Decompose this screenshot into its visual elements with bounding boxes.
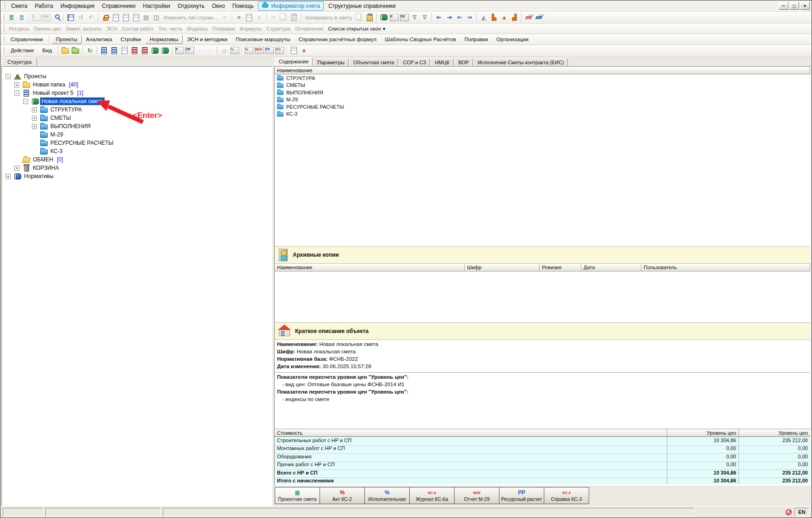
- project-p-icon[interactable]: P: [175, 46, 184, 55]
- tree-item[interactable]: +ВЫПОЛНЕНИЯ: [2, 122, 272, 130]
- resource-calc-icon[interactable]: РР: [265, 46, 274, 55]
- blocks-icon[interactable]: ◫: [152, 13, 161, 22]
- tree-expand-toggle[interactable]: +: [32, 107, 37, 112]
- shift-left-icon[interactable]: ⇐: [455, 13, 464, 22]
- report-tab-button[interactable]: КС-3Справка КС-3: [544, 487, 589, 504]
- content-list-item[interactable]: КС-3: [275, 111, 810, 118]
- detail-tab[interactable]: НМЦК: [431, 58, 454, 66]
- panel-toggle-button[interactable]: Тех. часть: [156, 26, 185, 31]
- section-tab[interactable]: Стройки: [117, 35, 145, 43]
- price-p-icon[interactable]: P: [389, 13, 399, 22]
- insert-section-icon[interactable]: [121, 13, 130, 22]
- tab-structure[interactable]: Структура: [2, 57, 37, 66]
- tree-item[interactable]: +КОРЗИНА: [2, 164, 272, 172]
- report-tab-button[interactable]: РРРесурсный расчет: [499, 487, 544, 504]
- indent-increase-icon[interactable]: ⇥: [444, 13, 454, 22]
- object-icon[interactable]: ⌂: [220, 46, 229, 55]
- report-tab-button[interactable]: КС-6Журнал КС-6а: [409, 487, 455, 504]
- tree-expand-toggle[interactable]: −: [23, 99, 28, 104]
- new-project-icon[interactable]: [99, 46, 109, 55]
- section-tab[interactable]: Справочник расчётных формул: [295, 35, 381, 43]
- fz-icon[interactable]: ФЗ: [275, 46, 284, 55]
- tree-expand-toggle[interactable]: −: [6, 74, 11, 79]
- menu-item[interactable]: Работа: [31, 1, 57, 11]
- paste-fragment-icon[interactable]: [365, 13, 374, 22]
- section-tab[interactable]: Организации: [492, 35, 533, 43]
- new-estimate-icon[interactable]: [150, 46, 160, 55]
- close-button[interactable]: ×: [800, 2, 810, 10]
- archive-column-header[interactable]: Ревизия: [540, 264, 581, 271]
- content-list-item[interactable]: М-29: [275, 96, 810, 104]
- tree-item[interactable]: РЕСУРСНЫЕ РАСЧЕТЫ: [2, 139, 272, 147]
- collapse-folder-icon[interactable]: [71, 46, 80, 55]
- tree-expand-toggle[interactable]: −: [14, 91, 19, 96]
- toolbar-grip[interactable]: [2, 36, 4, 43]
- content-list-item[interactable]: ВЫПОЛНЕНИЯ: [275, 89, 810, 96]
- archive-column-header[interactable]: Наименование: [275, 264, 465, 271]
- refresh-icon[interactable]: ↻: [85, 46, 94, 55]
- menu-item[interactable]: Отдохнуть: [174, 1, 208, 11]
- menu-item[interactable]: Смета: [7, 1, 31, 11]
- new-folder-icon[interactable]: [61, 46, 70, 55]
- edit-document-icon[interactable]: [245, 13, 254, 22]
- section-tab[interactable]: Проекты: [51, 35, 82, 44]
- menu-item[interactable]: Информация: [57, 1, 98, 11]
- indent-decrease-icon[interactable]: ⇤: [434, 13, 443, 22]
- panel-toggle-button[interactable]: Индексы: [185, 26, 210, 31]
- report-icon[interactable]: [289, 46, 298, 55]
- save-icon[interactable]: [66, 13, 75, 22]
- tree-item[interactable]: +Нормативы: [2, 172, 272, 180]
- tree-expand-toggle[interactable]: +: [14, 166, 19, 171]
- machines-icon[interactable]: ◭: [479, 13, 488, 22]
- tree-item[interactable]: +Новая папка[40]: [2, 80, 272, 89]
- m29-report-icon[interactable]: М29: [254, 46, 264, 55]
- panel-toggle-button[interactable]: Лимит. затраты: [63, 26, 104, 31]
- resource-book-icon[interactable]: [379, 13, 388, 22]
- detail-tab[interactable]: Содержание: [275, 57, 313, 66]
- filter-icon[interactable]: ∇: [420, 13, 429, 22]
- section-tab[interactable]: Нормативы: [145, 35, 183, 44]
- comment-row-icon[interactable]: [131, 13, 141, 22]
- report-tab-button[interactable]: %Акт КС-2: [320, 487, 365, 504]
- recalculate-icon[interactable]: ≡: [234, 13, 244, 22]
- open-estimate-icon[interactable]: [160, 46, 170, 55]
- estimate-percent-icon[interactable]: %: [230, 46, 239, 55]
- list-column-header[interactable]: Наименование: [275, 67, 810, 74]
- detail-tab[interactable]: Исполнение Сметы контракта (ЕИС): [474, 58, 568, 66]
- menu-item[interactable]: Действие: [6, 46, 38, 55]
- panel-toggle-button[interactable]: Панель цен: [31, 26, 63, 31]
- set-structure-icon[interactable]: ≣: [17, 13, 26, 22]
- section-tab[interactable]: ЭСН и методики: [183, 35, 231, 43]
- change-row-type-label[interactable]: Изменить тип строки...: [161, 15, 220, 20]
- keyboard-layout-indicator[interactable]: EN: [794, 508, 809, 517]
- menu-item[interactable]: Настройки: [139, 1, 174, 11]
- tree-expand-toggle[interactable]: +: [14, 82, 19, 87]
- search-icon[interactable]: [52, 13, 61, 22]
- tree-expand-toggle[interactable]: +: [32, 116, 37, 121]
- menu-item[interactable]: Помощь: [228, 1, 257, 11]
- cost-header-price-level-1[interactable]: Уровень цен: [667, 429, 738, 436]
- panel-toggle-button[interactable]: Структура: [264, 26, 293, 31]
- restore-button[interactable]: □: [789, 2, 799, 10]
- import-project-icon[interactable]: [130, 46, 139, 55]
- tree-item[interactable]: −Новый проект 5[1]: [2, 89, 272, 97]
- report-tab-button[interactable]: ▦Проектная смета: [275, 487, 320, 504]
- menu-item-account-informer[interactable]: Информатор счета: [258, 1, 324, 11]
- tree-item[interactable]: М-29: [2, 130, 272, 139]
- project-card-icon[interactable]: [120, 46, 129, 55]
- content-list-item[interactable]: СТРУКТУРА: [275, 74, 810, 82]
- cost-header-label[interactable]: Стоимость: [275, 430, 667, 436]
- price-level-icon[interactable]: %: [244, 46, 253, 55]
- panel-toggle-button[interactable]: Оглавление: [293, 26, 326, 31]
- close-window-icon[interactable]: ×: [299, 46, 308, 55]
- panel-toggle-button[interactable]: Состав работ: [120, 26, 156, 31]
- insert-row-icon[interactable]: [111, 13, 120, 22]
- toolbar-grip[interactable]: [3, 2, 5, 9]
- panel-toggle-button[interactable]: ЭСН: [104, 26, 120, 31]
- layers-pink-icon[interactable]: [524, 13, 533, 22]
- menu-item-structural-references[interactable]: Структурные справочники: [325, 1, 400, 11]
- cost-header-price-level-2[interactable]: Уровень цен: [738, 429, 810, 436]
- section-tab[interactable]: Шаблоны Сводных Расчётов: [381, 35, 460, 43]
- archive-column-header[interactable]: Дата: [581, 264, 641, 271]
- tree-item[interactable]: −Проекты: [2, 72, 272, 80]
